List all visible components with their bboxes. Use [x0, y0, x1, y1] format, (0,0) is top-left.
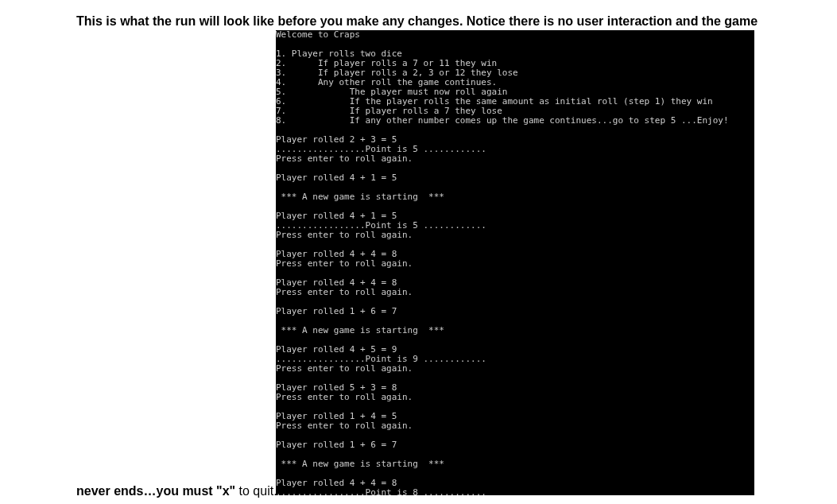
page-container: This is what the run will look like befo…	[0, 0, 837, 504]
caption-bottom-rest: to quit.	[235, 484, 277, 498]
caption-top: This is what the run will look like befo…	[76, 14, 758, 29]
console-screenshot: Welcome to Craps 1. Player rolls two dic…	[276, 30, 754, 495]
console-output: Welcome to Craps 1. Player rolls two dic…	[276, 30, 754, 495]
caption-bottom-bold: never ends…you must "x"	[76, 484, 235, 498]
caption-bottom: never ends…you must "x" to quit.	[76, 484, 277, 498]
